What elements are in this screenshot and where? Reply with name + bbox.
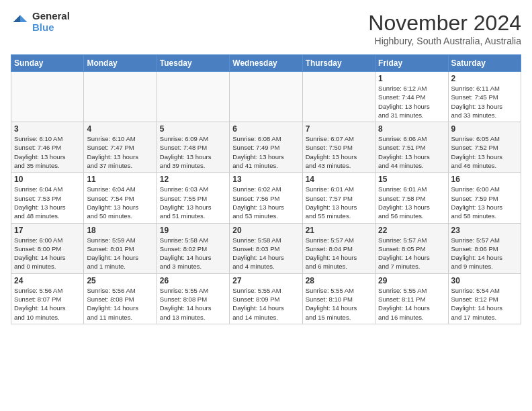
day-number: 29 (378, 276, 445, 285)
calendar-cell: 28Sunrise: 5:55 AM Sunset: 8:10 PM Dayli… (302, 273, 375, 324)
day-info: Sunrise: 6:01 AM Sunset: 7:58 PM Dayligh… (378, 185, 445, 220)
day-info: Sunrise: 5:59 AM Sunset: 8:01 PM Dayligh… (87, 236, 153, 271)
calendar-week-row: 1Sunrise: 6:12 AM Sunset: 7:44 PM Daylig… (11, 72, 521, 122)
day-number: 18 (87, 226, 153, 235)
weekday-header: Saturday (448, 55, 521, 72)
calendar-week-row: 17Sunrise: 6:00 AM Sunset: 8:00 PM Dayli… (11, 223, 521, 273)
day-info: Sunrise: 5:55 AM Sunset: 8:11 PM Dayligh… (378, 286, 445, 322)
location: Highbury, South Australia, Australia (368, 36, 521, 46)
calendar-cell: 4Sunrise: 6:10 AM Sunset: 7:47 PM Daylig… (84, 122, 157, 173)
day-info: Sunrise: 6:00 AM Sunset: 8:00 PM Dayligh… (14, 236, 81, 271)
day-number: 26 (160, 276, 226, 285)
calendar-cell: 1Sunrise: 6:12 AM Sunset: 7:44 PM Daylig… (375, 72, 448, 122)
day-number: 24 (14, 276, 81, 285)
day-info: Sunrise: 6:04 AM Sunset: 7:53 PM Dayligh… (14, 185, 81, 220)
calendar-cell: 30Sunrise: 5:54 AM Sunset: 8:12 PM Dayli… (448, 273, 521, 324)
day-info: Sunrise: 5:54 AM Sunset: 8:12 PM Dayligh… (451, 286, 518, 322)
day-number: 4 (87, 124, 153, 134)
day-number: 10 (14, 175, 81, 184)
calendar-cell (11, 72, 84, 122)
calendar-cell: 11Sunrise: 6:04 AM Sunset: 7:54 PM Dayli… (84, 173, 157, 223)
weekday-header: Thursday (302, 55, 375, 72)
svg-marker-0 (20, 15, 28, 22)
calendar-cell: 9Sunrise: 6:05 AM Sunset: 7:52 PM Daylig… (448, 122, 521, 173)
day-number: 7 (306, 124, 372, 134)
calendar-week-row: 10Sunrise: 6:04 AM Sunset: 7:53 PM Dayli… (11, 173, 521, 223)
day-number: 30 (451, 276, 518, 285)
calendar-cell: 5Sunrise: 6:09 AM Sunset: 7:48 PM Daylig… (157, 122, 229, 173)
calendar-cell: 16Sunrise: 6:00 AM Sunset: 7:59 PM Dayli… (448, 173, 521, 223)
day-info: Sunrise: 5:56 AM Sunset: 8:08 PM Dayligh… (87, 286, 153, 322)
calendar-cell: 13Sunrise: 6:02 AM Sunset: 7:56 PM Dayli… (230, 173, 302, 223)
calendar-cell (157, 72, 229, 122)
day-info: Sunrise: 6:01 AM Sunset: 7:57 PM Dayligh… (306, 185, 372, 220)
logo-general: General (32, 11, 70, 22)
day-number: 21 (306, 226, 372, 235)
day-number: 11 (87, 175, 153, 184)
day-number: 17 (14, 226, 81, 235)
calendar-cell: 7Sunrise: 6:07 AM Sunset: 7:50 PM Daylig… (302, 122, 375, 173)
day-info: Sunrise: 6:06 AM Sunset: 7:51 PM Dayligh… (378, 134, 445, 170)
weekday-header: Sunday (11, 55, 84, 72)
calendar-cell: 14Sunrise: 6:01 AM Sunset: 7:57 PM Dayli… (302, 173, 375, 223)
calendar-cell: 8Sunrise: 6:06 AM Sunset: 7:51 PM Daylig… (375, 122, 448, 173)
logo-icon (11, 13, 30, 32)
logo: General Blue (11, 11, 70, 33)
calendar-cell: 26Sunrise: 5:55 AM Sunset: 8:08 PM Dayli… (157, 273, 229, 324)
day-info: Sunrise: 6:05 AM Sunset: 7:52 PM Dayligh… (451, 134, 518, 170)
day-info: Sunrise: 5:55 AM Sunset: 8:08 PM Dayligh… (160, 286, 226, 322)
calendar-cell: 19Sunrise: 5:58 AM Sunset: 8:02 PM Dayli… (157, 223, 229, 273)
page-header: General Blue November 2024 Highbury, Sou… (11, 11, 521, 46)
calendar-cell: 10Sunrise: 6:04 AM Sunset: 7:53 PM Dayli… (11, 173, 84, 223)
day-info: Sunrise: 6:10 AM Sunset: 7:47 PM Dayligh… (87, 134, 153, 170)
calendar-cell (230, 72, 302, 122)
calendar-cell: 27Sunrise: 5:55 AM Sunset: 8:09 PM Dayli… (230, 273, 302, 324)
day-number: 28 (306, 276, 372, 285)
day-number: 13 (232, 175, 299, 184)
day-number: 19 (160, 226, 226, 235)
calendar-table: SundayMondayTuesdayWednesdayThursdayFrid… (11, 54, 521, 324)
day-info: Sunrise: 6:08 AM Sunset: 7:49 PM Dayligh… (232, 134, 299, 170)
calendar-cell: 12Sunrise: 6:03 AM Sunset: 7:55 PM Dayli… (157, 173, 229, 223)
day-number: 20 (232, 226, 299, 235)
day-info: Sunrise: 6:11 AM Sunset: 7:45 PM Dayligh… (451, 84, 518, 120)
day-info: Sunrise: 5:58 AM Sunset: 8:03 PM Dayligh… (232, 236, 299, 271)
day-number: 23 (451, 226, 518, 235)
day-info: Sunrise: 6:07 AM Sunset: 7:50 PM Dayligh… (306, 134, 372, 170)
calendar-cell: 17Sunrise: 6:00 AM Sunset: 8:00 PM Dayli… (11, 223, 84, 273)
day-number: 14 (306, 175, 372, 184)
calendar-week-row: 24Sunrise: 5:56 AM Sunset: 8:07 PM Dayli… (11, 273, 521, 324)
calendar-cell: 29Sunrise: 5:55 AM Sunset: 8:11 PM Dayli… (375, 273, 448, 324)
day-number: 1 (378, 74, 445, 83)
day-info: Sunrise: 5:55 AM Sunset: 8:10 PM Dayligh… (306, 286, 372, 322)
calendar-cell: 21Sunrise: 5:57 AM Sunset: 8:04 PM Dayli… (302, 223, 375, 273)
calendar-cell: 3Sunrise: 6:10 AM Sunset: 7:46 PM Daylig… (11, 122, 84, 173)
title-block: November 2024 Highbury, South Australia,… (368, 11, 521, 46)
calendar-cell: 20Sunrise: 5:58 AM Sunset: 8:03 PM Dayli… (230, 223, 302, 273)
calendar-cell (84, 72, 157, 122)
calendar-cell: 6Sunrise: 6:08 AM Sunset: 7:49 PM Daylig… (230, 122, 302, 173)
day-number: 27 (232, 276, 299, 285)
day-number: 22 (378, 226, 445, 235)
day-info: Sunrise: 6:10 AM Sunset: 7:46 PM Dayligh… (14, 134, 81, 170)
day-info: Sunrise: 5:57 AM Sunset: 8:05 PM Dayligh… (378, 236, 445, 271)
day-info: Sunrise: 6:03 AM Sunset: 7:55 PM Dayligh… (160, 185, 226, 220)
calendar-cell: 25Sunrise: 5:56 AM Sunset: 8:08 PM Dayli… (84, 273, 157, 324)
calendar-cell (302, 72, 375, 122)
day-info: Sunrise: 6:00 AM Sunset: 7:59 PM Dayligh… (451, 185, 518, 220)
calendar-cell: 24Sunrise: 5:56 AM Sunset: 8:07 PM Dayli… (11, 273, 84, 324)
day-info: Sunrise: 5:56 AM Sunset: 8:07 PM Dayligh… (14, 286, 81, 322)
day-number: 2 (451, 74, 518, 83)
day-info: Sunrise: 5:55 AM Sunset: 8:09 PM Dayligh… (232, 286, 299, 322)
day-info: Sunrise: 5:58 AM Sunset: 8:02 PM Dayligh… (160, 236, 226, 271)
day-number: 8 (378, 124, 445, 134)
day-number: 15 (378, 175, 445, 184)
calendar-week-row: 3Sunrise: 6:10 AM Sunset: 7:46 PM Daylig… (11, 122, 521, 173)
month-title: November 2024 (368, 11, 521, 36)
day-number: 12 (160, 175, 226, 184)
weekday-header: Wednesday (230, 55, 302, 72)
day-info: Sunrise: 6:04 AM Sunset: 7:54 PM Dayligh… (87, 185, 153, 220)
day-info: Sunrise: 6:02 AM Sunset: 7:56 PM Dayligh… (232, 185, 299, 220)
day-info: Sunrise: 5:57 AM Sunset: 8:06 PM Dayligh… (451, 236, 518, 271)
logo-blue: Blue (32, 22, 70, 34)
